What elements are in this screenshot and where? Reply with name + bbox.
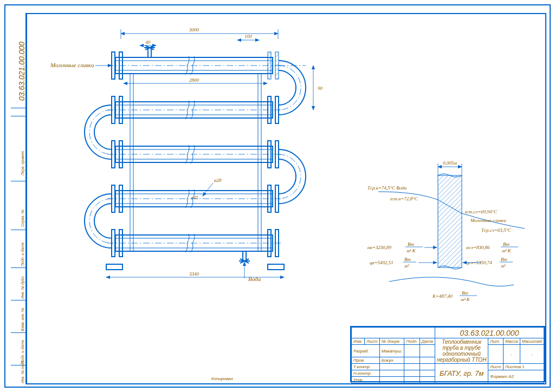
tb-mass: Масса bbox=[503, 338, 520, 345]
cream-word2: Молочные сливки bbox=[470, 218, 507, 223]
dim-dia45: ø45 bbox=[190, 195, 198, 200]
thermal-diagram: 0,005м Tср.в=74,5°C Вода tст.в=72,8°C tс… bbox=[367, 160, 525, 302]
dim-40: 40 bbox=[146, 40, 151, 45]
alpha-v-unit-top: Вт bbox=[408, 241, 415, 247]
svg-rect-42 bbox=[268, 185, 271, 212]
svg-rect-49 bbox=[268, 230, 271, 257]
dim-dia28: ø28 bbox=[214, 178, 222, 183]
svg-rect-60 bbox=[106, 264, 122, 270]
tb-sheets: Листов 1 bbox=[503, 364, 544, 370]
svg-text:Вт: Вт bbox=[462, 290, 469, 296]
title-block: 03.63.021.00.000 Изм. Лист № докум. Подп… bbox=[350, 326, 545, 382]
label-cream-inlet: Молочные сливки bbox=[50, 62, 94, 68]
tb-list: Лист bbox=[365, 338, 380, 345]
tb-sheet: Лист bbox=[488, 364, 504, 370]
dim-2800: 2800 bbox=[189, 77, 199, 83]
lm-t3: Подп. и дата bbox=[21, 243, 24, 266]
svg-rect-61 bbox=[268, 264, 284, 270]
tb-doc: № докум. bbox=[379, 338, 404, 345]
t-st-v: tст.в=72,8°C bbox=[390, 196, 418, 201]
t-sr-v: Tср.в=74,5°C bbox=[367, 185, 396, 191]
lm-t5: Взам. инв. № bbox=[21, 308, 24, 331]
svg-text:K=487,40: K=487,40 bbox=[432, 293, 453, 299]
svg-text:qв=5492,51: qв=5492,51 bbox=[370, 260, 393, 265]
lm-t2: Справ. № bbox=[21, 210, 24, 227]
tb-scale: Масштаб bbox=[520, 338, 544, 345]
t-st-sl: tст.сл=69,94°C bbox=[465, 209, 498, 214]
tb-number: 03.63.021.00.000 bbox=[435, 328, 544, 338]
tb-razrab: Разраб. bbox=[352, 345, 380, 357]
svg-rect-64 bbox=[438, 175, 462, 267]
tb-sign: Подп. bbox=[404, 338, 420, 345]
left-margin-strip: Перв. примен. Справ. № Подп. и дата Инв.… bbox=[11, 13, 26, 384]
lm-t1: Перв. примен. bbox=[21, 150, 24, 175]
tb-date: Дата bbox=[420, 338, 435, 345]
svg-text:αв=3230,89: αв=3230,89 bbox=[367, 245, 391, 250]
dim-3340: 3340 bbox=[189, 271, 199, 277]
svg-text:Вт: Вт bbox=[503, 241, 510, 247]
alpha-v: αв=3230,89 bbox=[367, 245, 391, 250]
svg-text:м²: м² bbox=[404, 263, 409, 269]
k-coef: K=487,40 bbox=[432, 293, 453, 299]
tb-prov: Пров. bbox=[352, 357, 380, 364]
dim-3000: 3000 bbox=[189, 27, 199, 32]
lm-t7: Инв. № подл. bbox=[21, 360, 24, 383]
tb-izm: Изм. bbox=[352, 338, 365, 345]
svg-text:м²·K: м²·K bbox=[406, 248, 416, 253]
drawing-sheet: 03.63.021.00.000 Перв. примен. Справ. № … bbox=[4, 4, 551, 388]
label-water-inlet: Вода bbox=[248, 276, 261, 282]
svg-text:Вт: Вт bbox=[404, 257, 411, 262]
svg-text:Вт: Вт bbox=[501, 257, 508, 262]
q-v: qв=5492,51 bbox=[370, 260, 393, 265]
svg-text:αсл=830,86: αсл=830,86 bbox=[466, 245, 490, 250]
t-sr-sl: Tср.сл=63,5°C bbox=[481, 227, 512, 233]
svg-rect-34 bbox=[268, 141, 271, 168]
heat-exchanger-assembly: 3000 100 40 bbox=[50, 27, 323, 282]
tb-tkontr: Т.контр. bbox=[352, 364, 380, 370]
svg-rect-12 bbox=[275, 52, 279, 79]
tb-name1: Теплообменник труба в трубе bbox=[442, 339, 481, 351]
svg-text:м²·K: м²·K bbox=[460, 297, 470, 302]
svg-text:м²·K: м²·K bbox=[501, 248, 512, 253]
svg-text:Tср.в=74,5°C   Вода: Tср.в=74,5°C Вода bbox=[367, 185, 407, 191]
water-word: Вода bbox=[396, 185, 406, 191]
dim-wall-thk: 0,005м bbox=[443, 160, 457, 166]
dim-100: 100 bbox=[244, 34, 252, 39]
dim-90: 90 bbox=[318, 86, 323, 91]
lm-t4: Инв. № дубл. bbox=[21, 276, 24, 299]
tb-org: БГАТУ, гр. 7м bbox=[435, 364, 488, 383]
tb-name2: однопоточный неразборный ТТОН bbox=[437, 351, 486, 363]
tb-nkontr: Н.контр. bbox=[352, 370, 380, 377]
svg-text:м²: м² bbox=[500, 263, 506, 269]
tb-lit: Лит. bbox=[488, 338, 504, 345]
tb-format: Формат A2 bbox=[488, 370, 544, 383]
copy-label: Копировал bbox=[211, 376, 233, 381]
svg-rect-11 bbox=[268, 52, 271, 79]
svg-rect-27 bbox=[268, 96, 271, 123]
tb-razrab-n: Макатуш. bbox=[379, 345, 404, 357]
tb-utv: Утв. bbox=[352, 377, 380, 383]
tb-prov-n: Бокун bbox=[379, 357, 404, 364]
alpha-sl: αсл=830,86 bbox=[466, 245, 490, 250]
